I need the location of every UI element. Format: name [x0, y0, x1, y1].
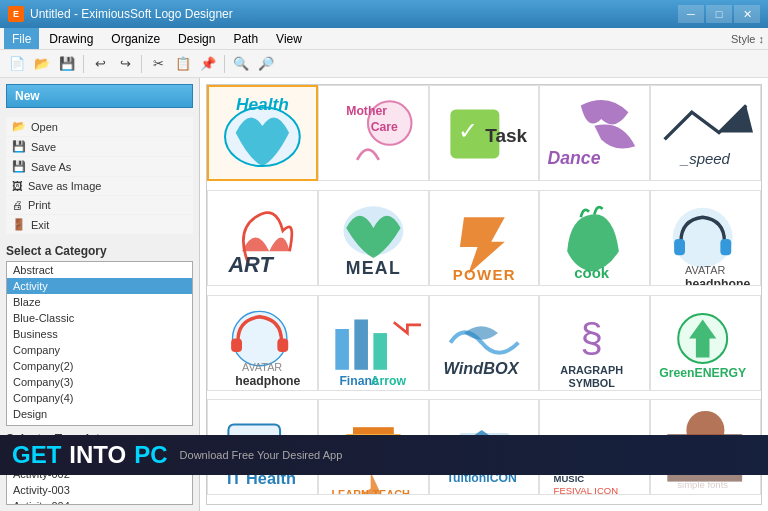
logo-cell[interactable]: Dance [539, 85, 650, 181]
svg-text:AVATAR: AVATAR [242, 361, 282, 373]
svg-text:AVATAR: AVATAR [685, 264, 725, 276]
watermark-get: GET [12, 441, 61, 469]
category-item[interactable]: Company(4) [7, 390, 192, 406]
svg-text:SYMBOL: SYMBOL [569, 377, 616, 389]
svg-text:simple fonts: simple fonts [677, 479, 728, 490]
svg-rect-22 [231, 338, 242, 352]
svg-text:Care: Care [370, 121, 397, 135]
toolbar-redo[interactable]: ↪ [114, 53, 136, 75]
watermark-pc: PC [134, 441, 167, 469]
toolbar-undo[interactable]: ↩ [89, 53, 111, 75]
maximize-button[interactable]: □ [706, 5, 732, 23]
category-item[interactable]: Activity [7, 278, 192, 294]
category-item[interactable]: Blue-Classic [7, 310, 192, 326]
menu-file[interactable]: File [4, 28, 39, 49]
svg-text:headphone: headphone [235, 374, 300, 388]
toolbar-sep1 [83, 55, 84, 73]
svg-rect-18 [721, 239, 732, 255]
save-as-button[interactable]: 💾 Save As [6, 157, 193, 176]
save-as-image-button[interactable]: 🖼 Save as Image [6, 177, 193, 195]
svg-rect-41 [353, 427, 394, 434]
logo-cell[interactable]: Mother Care [318, 85, 429, 181]
open-button[interactable]: 📂 Open [6, 117, 193, 136]
svg-text:WindBOX: WindBOX [443, 359, 519, 377]
title-bar-left: E Untitled - EximiousSoft Logo Designer [8, 6, 233, 22]
toolbar-open[interactable]: 📂 [31, 53, 53, 75]
minimize-button[interactable]: ─ [678, 5, 704, 23]
category-item[interactable]: Company [7, 342, 192, 358]
logo-cell[interactable]: ✓ Task [429, 85, 540, 181]
svg-text:Dance: Dance [548, 148, 601, 168]
exit-button[interactable]: 🚪 Exit [6, 215, 193, 234]
svg-text:cook: cook [575, 265, 611, 282]
svg-text:LEARN-TEACH: LEARN-TEACH [331, 488, 410, 495]
svg-text:✓: ✓ [458, 118, 478, 145]
svg-text:MEAL: MEAL [345, 258, 400, 278]
logo-cell[interactable]: ART [207, 190, 318, 286]
menu-path[interactable]: Path [225, 28, 266, 49]
logo-cell[interactable]: § ARAGRAPH SYMBOL [539, 295, 650, 391]
logo-cell[interactable]: Health [207, 85, 318, 181]
category-section: Select a Category AbstractActivityBlazeB… [6, 244, 193, 426]
svg-text:FESIVAL ICON: FESIVAL ICON [554, 484, 619, 494]
category-item[interactable]: Abstract [7, 262, 192, 278]
save-button[interactable]: 💾 Save [6, 137, 193, 156]
menu-bar: File Drawing Organize Design Path View S… [0, 28, 768, 50]
watermark-into: INTO [69, 441, 126, 469]
toolbar-zoom-out[interactable]: 🔎 [255, 53, 277, 75]
logo-cell[interactable]: Financ Arrow [318, 295, 429, 391]
category-item[interactable]: Company(2) [7, 358, 192, 374]
print-button[interactable]: 🖨 Print [6, 196, 193, 214]
template-item[interactable]: Activity-004 [7, 498, 192, 505]
toolbar-paste[interactable]: 📌 [197, 53, 219, 75]
svg-text:POWER: POWER [452, 266, 515, 283]
svg-rect-28 [373, 333, 387, 370]
toolbar-save[interactable]: 💾 [56, 53, 78, 75]
svg-text:ART: ART [227, 252, 274, 277]
toolbar-cut[interactable]: ✂ [147, 53, 169, 75]
logo-cell[interactable]: AVATAR headphone [650, 190, 761, 286]
new-button[interactable]: New [6, 84, 193, 108]
toolbar-zoom-in[interactable]: 🔍 [230, 53, 252, 75]
title-bar-controls[interactable]: ─ □ ✕ [678, 5, 760, 23]
svg-text:headphone: headphone [685, 277, 750, 285]
logo-cell[interactable]: GreenENERGY [650, 295, 761, 391]
menu-view[interactable]: View [268, 28, 310, 49]
svg-text:Task: Task [485, 126, 527, 147]
logo-cell[interactable]: cook [539, 190, 650, 286]
app-icon: E [8, 6, 24, 22]
category-item[interactable]: Company(3) [7, 374, 192, 390]
svg-rect-23 [277, 338, 288, 352]
category-item[interactable]: Flowers-Fruits [7, 422, 192, 426]
svg-point-21 [232, 311, 286, 365]
category-item[interactable]: Blaze [7, 294, 192, 310]
category-item[interactable]: Design [7, 406, 192, 422]
menu-design[interactable]: Design [170, 28, 223, 49]
logo-cell[interactable]: AVATAR headphone [207, 295, 318, 391]
svg-rect-27 [354, 319, 368, 369]
toolbar-new[interactable]: 📄 [6, 53, 28, 75]
close-button[interactable]: ✕ [734, 5, 760, 23]
svg-rect-17 [674, 239, 685, 255]
menu-drawing[interactable]: Drawing [41, 28, 101, 49]
svg-text:GreenENERGY: GreenENERGY [659, 366, 746, 380]
svg-text:ARAGRAPH: ARAGRAPH [561, 364, 624, 376]
menu-organize[interactable]: Organize [103, 28, 168, 49]
svg-text:Arrow: Arrow [370, 374, 406, 388]
style-label: Style ↕ [731, 33, 764, 45]
toolbar-sep3 [224, 55, 225, 73]
svg-rect-26 [335, 329, 349, 370]
template-item[interactable]: Activity-003 [7, 482, 192, 498]
logo-cell[interactable]: MEAL [318, 190, 429, 286]
logo-cell[interactable]: WindBOX [429, 295, 540, 391]
svg-text:_speed: _speed [679, 150, 731, 167]
logo-cell[interactable]: _speed [650, 85, 761, 181]
logo-cell[interactable]: POWER [429, 190, 540, 286]
toolbar-copy[interactable]: 📋 [172, 53, 194, 75]
title-bar: E Untitled - EximiousSoft Logo Designer … [0, 0, 768, 28]
category-list[interactable]: AbstractActivityBlazeBlue-ClassicBusines… [6, 261, 193, 426]
toolbar-sep2 [141, 55, 142, 73]
category-item[interactable]: Business [7, 326, 192, 342]
svg-text:Health: Health [236, 94, 289, 114]
watermark-sub: Download Free Your Desired App [180, 449, 343, 461]
